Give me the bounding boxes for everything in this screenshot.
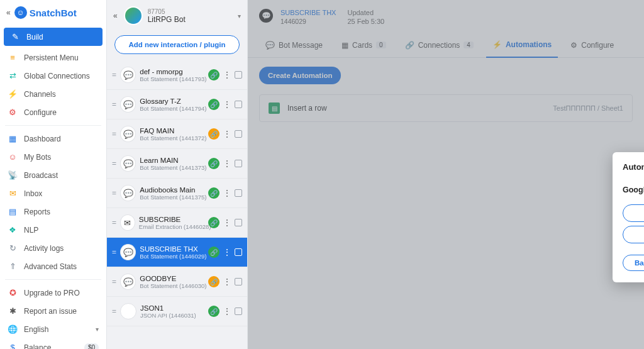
bot-selector[interactable]: 87705 LitRPG Bot <box>148 8 186 24</box>
interaction-title: FAQ MAIN <box>140 127 204 135</box>
nav-balance[interactable]: $Balance$0 <box>0 338 106 349</box>
bot-avatar[interactable] <box>124 6 143 25</box>
nav-inbox[interactable]: ✉Inbox <box>0 184 106 202</box>
nav-channels[interactable]: ⚡Channels <box>0 85 106 103</box>
kebab-icon[interactable]: ⋮ <box>223 277 231 286</box>
checkbox[interactable] <box>235 160 242 167</box>
checkbox[interactable] <box>235 71 242 79</box>
checkbox[interactable] <box>235 219 242 226</box>
interaction-subtitle: Bot Statement (1441794) <box>140 105 204 112</box>
nav-activity-logs[interactable]: ↻Activity logs <box>0 239 106 257</box>
drag-handle-icon[interactable]: = <box>112 70 116 79</box>
kebab-icon[interactable]: ⋮ <box>223 248 231 257</box>
drag-handle-icon[interactable]: = <box>112 307 116 316</box>
interaction-subtitle: Bot Statement (1446029) <box>140 253 204 260</box>
interaction-item[interactable]: =💬SUBSCRIBE THXBot Statement (1446029)🔗⋮ <box>107 238 247 267</box>
global-connections-icon: ⇄ <box>8 71 18 80</box>
modal-section: Google Sheets <box>623 179 644 201</box>
drag-handle-icon[interactable]: = <box>112 100 116 109</box>
nav-dashboard[interactable]: ▦Dashboard <box>0 130 106 148</box>
drag-handle-icon[interactable]: = <box>112 159 116 168</box>
reports-icon: ▤ <box>8 207 18 216</box>
main-content: 💬 SUBSCRIBE THX 1446029 Updated 25 Feb 5… <box>248 0 644 349</box>
kebab-icon[interactable]: ⋮ <box>223 218 231 227</box>
drag-handle-icon[interactable]: = <box>112 130 116 138</box>
checkbox[interactable] <box>235 307 242 315</box>
checkbox[interactable] <box>235 278 242 285</box>
sidebar: « ☺ SnatchBot ✎Build≡Persistent Menu⇄Glo… <box>0 0 107 349</box>
nav-configure[interactable]: ⚙Configure <box>0 103 106 121</box>
interaction-item[interactable]: =💬Audiobooks MainBot Statement (1441375)… <box>107 179 247 208</box>
kebab-icon[interactable]: ⋮ <box>223 159 231 168</box>
nav-label: Broadcast <box>24 171 58 180</box>
nav-label: Inbox <box>24 189 42 198</box>
interaction-subtitle: Email Extraction (1446028) <box>139 223 204 230</box>
checkbox[interactable] <box>235 130 242 138</box>
interaction-item[interactable]: =JSON1JSON API (1446031)🔗⋮ <box>107 297 247 326</box>
nav-my-bots[interactable]: ☺My Bots <box>0 148 106 166</box>
interaction-type-icon: ✉ <box>120 214 135 231</box>
drag-handle-icon[interactable]: = <box>112 248 116 257</box>
kebab-icon[interactable]: ⋮ <box>223 130 231 138</box>
interaction-subtitle: Bot Statement (1441373) <box>140 164 204 171</box>
nav-advanced-stats[interactable]: ⇑Advanced Stats <box>0 257 106 275</box>
modal-overlay[interactable] <box>248 0 644 349</box>
kebab-icon[interactable]: ⋮ <box>223 100 231 109</box>
checkbox[interactable] <box>235 189 242 197</box>
nav-build[interactable]: ✎Build <box>4 28 103 46</box>
nav-broadcast[interactable]: 📡Broadcast <box>0 166 106 184</box>
interaction-title: Learn MAIN <box>140 157 204 164</box>
nav-reports[interactable]: ▤Reports <box>0 202 106 221</box>
option-get-row-by-value[interactable]: Get row by value <box>623 226 644 243</box>
link-status-icon: 🔗 <box>208 217 219 228</box>
collapse-sidebar-icon[interactable]: « <box>6 8 11 17</box>
interaction-item[interactable]: =💬FAQ MAINBot Statement (1441372)🔗⋮ <box>107 119 247 149</box>
drag-handle-icon[interactable]: = <box>112 189 116 197</box>
report-an-issue-icon: ✱ <box>8 306 18 316</box>
brand-logo: ☺ SnatchBot <box>14 6 77 19</box>
nav-report-an-issue[interactable]: ✱Report an issue <box>0 302 106 320</box>
interaction-item[interactable]: =💬def - mmorpgBot Statement (1441793)🔗⋮ <box>107 60 247 90</box>
nav-english[interactable]: 🌐English▾ <box>0 320 106 338</box>
interaction-title: Glossary T-Z <box>140 97 204 105</box>
nav-persistent-menu[interactable]: ≡Persistent Menu <box>0 48 106 67</box>
add-interaction-button[interactable]: Add new interaction / plugin <box>114 35 240 54</box>
channels-icon: ⚡ <box>8 89 18 99</box>
nav-global-connections[interactable]: ⇄Global Connections <box>0 67 106 85</box>
interaction-item[interactable]: =💬Glossary T-ZBot Statement (1441794)🔗⋮ <box>107 90 247 119</box>
nav-nlp[interactable]: ❖NLP <box>0 221 106 239</box>
nlp-icon: ❖ <box>8 225 18 235</box>
badge: $0 <box>84 343 99 349</box>
chevron-down-icon[interactable]: ▾ <box>238 13 241 19</box>
link-status-icon: 🔗 <box>208 306 219 317</box>
interaction-title: SUBSCRIBE THX <box>140 245 204 253</box>
nav-label: NLP <box>24 226 38 235</box>
bot-id: 87705 <box>148 8 186 15</box>
interaction-title: def - mmorpg <box>140 68 204 75</box>
link-status-icon: 🔗 <box>208 128 219 140</box>
checkbox[interactable] <box>235 248 242 256</box>
interaction-type-icon: 💬 <box>120 126 136 142</box>
interaction-type-icon: 💬 <box>120 185 136 201</box>
advanced-stats-icon: ⇑ <box>8 262 18 271</box>
drag-handle-icon[interactable]: = <box>112 277 116 286</box>
option-insert-a-row[interactable]: Insert a row <box>623 204 644 222</box>
interaction-type-icon <box>120 303 136 319</box>
interaction-title: JSON1 <box>140 304 196 312</box>
link-status-icon: 🔗 <box>208 69 219 80</box>
kebab-icon[interactable]: ⋮ <box>223 307 231 316</box>
interaction-item[interactable]: =💬Learn MAINBot Statement (1441373)🔗⋮ <box>107 149 247 179</box>
interaction-item[interactable]: =💬GOODBYEBot Statement (1446030)🔗⋮ <box>107 267 247 297</box>
collapse-midpanel-icon[interactable]: « <box>113 11 118 20</box>
english-icon: 🌐 <box>8 324 18 334</box>
kebab-icon[interactable]: ⋮ <box>223 70 231 79</box>
nav-upgrade-to-pro[interactable]: ✪Upgrade to PRO <box>0 284 106 302</box>
back-button[interactable]: Back <box>623 255 644 271</box>
drag-handle-icon[interactable]: = <box>112 218 116 227</box>
checkbox[interactable] <box>235 101 242 108</box>
link-status-icon: 🔗 <box>208 158 219 169</box>
interaction-item[interactable]: =✉SUBSCRIBEEmail Extraction (1446028)🔗⋮ <box>107 208 247 238</box>
interaction-type-icon: 💬 <box>120 274 136 290</box>
configure-icon: ⚙ <box>8 108 18 117</box>
kebab-icon[interactable]: ⋮ <box>223 189 231 197</box>
